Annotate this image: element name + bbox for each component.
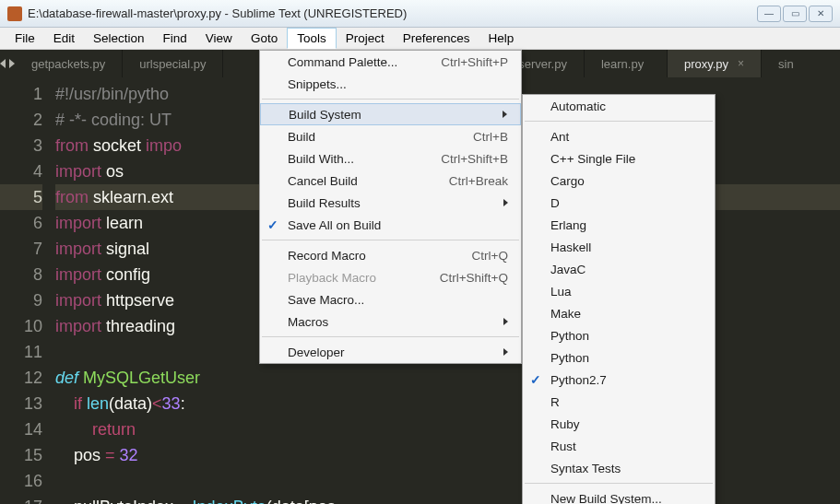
line-number: 12 bbox=[0, 365, 42, 391]
tools-menu-item[interactable]: Command Palette...Ctrl+Shift+P bbox=[260, 51, 521, 73]
code-line[interactable]: def MySQLGetUser bbox=[55, 365, 840, 391]
window-title: E:\database-firewall-master\proxy.py - S… bbox=[28, 6, 757, 20]
tab-prev-icon bbox=[0, 59, 6, 68]
tab-label: sin bbox=[778, 57, 794, 71]
menu-separator bbox=[525, 121, 713, 122]
menu-file[interactable]: File bbox=[6, 28, 44, 49]
tab-label: getpackets.py bbox=[31, 57, 105, 71]
menu-separator bbox=[525, 483, 713, 484]
checkmark-icon: ✓ bbox=[530, 372, 541, 387]
menu-item-label: D bbox=[550, 196, 702, 210]
line-number: 4 bbox=[0, 158, 42, 184]
app-icon bbox=[7, 6, 22, 21]
menu-item-label: Ant bbox=[550, 130, 702, 144]
shortcut-label: Ctrl+Shift+P bbox=[441, 55, 508, 69]
tools-menu-item[interactable]: Macros bbox=[260, 311, 521, 333]
menu-view[interactable]: View bbox=[196, 28, 242, 49]
menu-item-label: Lua bbox=[550, 285, 702, 299]
submenu-arrow-icon bbox=[503, 348, 508, 356]
tab-urlspecial.py[interactable]: urlspecial.py bbox=[123, 50, 223, 77]
menu-tools[interactable]: Tools bbox=[287, 28, 337, 49]
tab-learn.py[interactable]: learn.py bbox=[585, 50, 668, 77]
tools-menu-item[interactable]: Record MacroCtrl+Q bbox=[260, 244, 521, 266]
build-system-item[interactable]: Haskell bbox=[523, 236, 715, 258]
build-system-item[interactable]: Ant bbox=[523, 125, 715, 147]
code-line[interactable] bbox=[55, 468, 840, 494]
menu-item-label: Save Macro... bbox=[288, 293, 508, 307]
line-number: 16 bbox=[0, 468, 42, 494]
tab-nav-arrows[interactable] bbox=[0, 50, 15, 77]
build-system-item[interactable]: D bbox=[523, 192, 715, 214]
tab-proxy.py[interactable]: proxy.py× bbox=[668, 50, 762, 77]
menu-separator bbox=[262, 240, 519, 240]
code-line[interactable]: if len(data)<33: bbox=[55, 391, 840, 416]
build-system-item[interactable]: C++ Single File bbox=[523, 147, 715, 170]
build-system-submenu: AutomaticAntC++ Single FileCargoDErlangH… bbox=[522, 94, 716, 504]
shortcut-label: Ctrl+B bbox=[473, 130, 508, 144]
menu-selection[interactable]: Selection bbox=[84, 28, 154, 49]
build-system-item[interactable]: Ruby bbox=[523, 413, 715, 435]
tab-label: urlspecial.py bbox=[139, 57, 206, 71]
menu-preferences[interactable]: Preferences bbox=[394, 28, 479, 49]
tab-label: learn.py bbox=[601, 57, 644, 71]
menu-item-label: Build Results bbox=[288, 196, 485, 210]
build-system-item[interactable]: Erlang bbox=[523, 214, 715, 236]
menu-project[interactable]: Project bbox=[337, 28, 394, 49]
menu-help[interactable]: Help bbox=[479, 28, 524, 49]
build-system-item[interactable]: ✓Python2.7 bbox=[523, 369, 715, 391]
menu-goto[interactable]: Goto bbox=[242, 28, 287, 49]
tools-menu-item[interactable]: Save Macro... bbox=[260, 288, 521, 311]
close-icon[interactable]: × bbox=[738, 57, 744, 70]
minimize-button[interactable]: — bbox=[757, 6, 781, 22]
menu-item-label: Build System bbox=[289, 108, 484, 122]
menu-item-label: Command Palette... bbox=[288, 55, 413, 69]
submenu-arrow-icon bbox=[503, 111, 507, 118]
code-line[interactable]: pos = 32 bbox=[55, 442, 840, 468]
tab-sin[interactable]: sin bbox=[762, 50, 840, 77]
build-system-item[interactable]: Lua bbox=[523, 280, 715, 302]
line-number: 3 bbox=[0, 133, 42, 158]
build-system-item[interactable]: Rust bbox=[523, 435, 715, 457]
menu-item-label: Syntax Tests bbox=[550, 462, 702, 475]
line-number: 11 bbox=[0, 339, 42, 365]
tools-menu-item[interactable]: Snippets... bbox=[260, 73, 521, 95]
tab-label: proxy.py bbox=[684, 57, 728, 71]
menu-item-label: Developer bbox=[288, 346, 485, 359]
tools-menu-item[interactable]: ✓Save All on Build bbox=[260, 214, 521, 236]
tools-menu-item[interactable]: Build System bbox=[260, 103, 521, 125]
build-system-item[interactable]: Syntax Tests bbox=[523, 457, 715, 479]
code-line[interactable]: return bbox=[55, 416, 840, 442]
menu-item-label: C++ Single File bbox=[550, 152, 702, 166]
close-window-button[interactable]: ✕ bbox=[809, 6, 833, 22]
build-system-item[interactable]: JavaC bbox=[523, 258, 715, 280]
build-system-item[interactable]: New Build System... bbox=[523, 487, 715, 504]
maximize-button[interactable]: ▭ bbox=[783, 6, 807, 22]
build-system-item[interactable]: Python bbox=[523, 346, 715, 369]
shortcut-label: Ctrl+Q bbox=[472, 249, 508, 263]
line-number: 10 bbox=[0, 313, 42, 339]
menu-separator bbox=[262, 99, 519, 100]
window-titlebar: E:\database-firewall-master\proxy.py - S… bbox=[0, 0, 840, 28]
tools-menu-item[interactable]: Developer bbox=[260, 341, 521, 363]
code-line[interactable]: nullByteIndex = IndexByte(data[pos bbox=[55, 494, 840, 504]
tools-menu-item[interactable]: Cancel BuildCtrl+Break bbox=[260, 170, 521, 192]
tab-getpackets.py[interactable]: getpackets.py bbox=[15, 50, 123, 77]
menu-item-label: JavaC bbox=[550, 263, 702, 276]
menu-item-label: Ruby bbox=[550, 417, 702, 431]
menu-item-label: Cancel Build bbox=[288, 174, 421, 188]
menu-item-label: Save All on Build bbox=[288, 218, 508, 232]
checkmark-icon: ✓ bbox=[267, 217, 278, 232]
menu-find[interactable]: Find bbox=[154, 28, 196, 49]
build-system-item[interactable]: Cargo bbox=[523, 170, 715, 192]
tools-menu-item[interactable]: Build With...Ctrl+Shift+B bbox=[260, 147, 521, 170]
build-system-item[interactable]: Python bbox=[523, 324, 715, 346]
tools-menu-item[interactable]: Build Results bbox=[260, 192, 521, 214]
menu-edit[interactable]: Edit bbox=[44, 28, 84, 49]
build-system-item[interactable]: R bbox=[523, 391, 715, 413]
build-system-item[interactable]: Make bbox=[523, 302, 715, 324]
menu-item-label: R bbox=[550, 395, 702, 409]
menubar: FileEditSelectionFindViewGotoToolsProjec… bbox=[0, 28, 840, 50]
build-system-item[interactable]: Automatic bbox=[523, 95, 715, 117]
menu-item-label: Build bbox=[288, 130, 445, 144]
tools-menu-item[interactable]: BuildCtrl+B bbox=[260, 125, 521, 147]
